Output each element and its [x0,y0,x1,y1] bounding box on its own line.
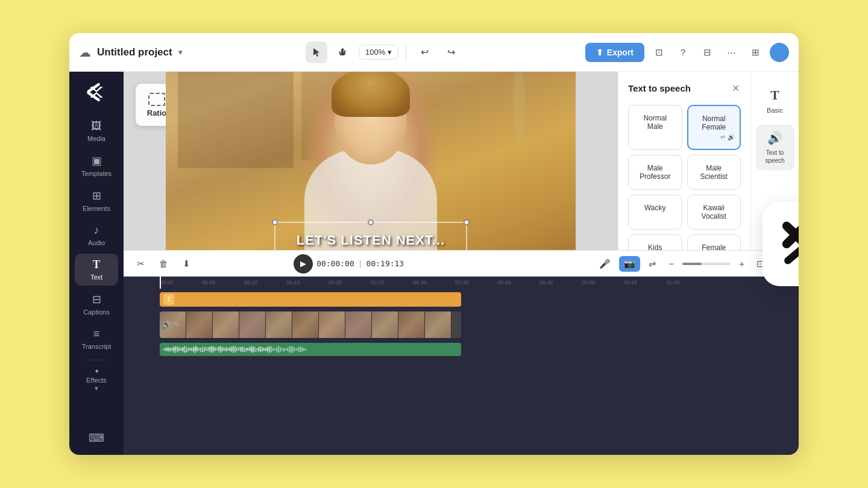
ruler-mark-10: 00:10 [244,280,286,286]
mic-button[interactable]: 🎤 [596,256,614,272]
voice-kawaii-vocalist[interactable]: KawaiiVocalist [687,195,741,230]
zoom-slider[interactable] [682,263,731,265]
sidebar-item-media[interactable]: 🖼 Media [75,115,118,147]
top-bar-right: ⬆ Export ⊡ ? ⊟ ⋯ ⊞ [585,43,789,62]
delete-button[interactable]: 🗑 [156,256,172,271]
male-scientist-label: MaleScientist [693,164,736,181]
ruler-mark-100: 01:00 [666,280,708,286]
film-frame-7 [319,311,345,338]
video-canvas: LET'S LISTEN NEXT... [166,72,576,250]
speaker-icon: 🔊 [728,134,735,140]
camera-button[interactable]: 📷 [619,256,640,272]
avatar[interactable] [770,43,789,62]
layout-button[interactable]: ⊞ [746,43,765,62]
sidebar-divider [84,360,108,360]
ruler-mark-40: 00:40 [497,280,539,286]
ruler-mark-20: 00:20 [329,280,371,286]
undo-button[interactable]: ↩ [414,42,435,63]
sidebar-item-transcript[interactable]: ≡ Transcript [75,323,118,355]
kids-vocalist-label: KidsVocalist [634,243,677,250]
effects-icon: ✦ [94,368,99,375]
timeline-right-tools: 🎤 📷 ⇌ − + ⊡ ⛶ [596,256,789,272]
app-logo [83,79,110,105]
current-time: 00:00:00 [316,259,354,268]
text-icon: T [93,258,100,271]
female-vocalist-label: FemaleVocalist [693,243,736,250]
audio-track[interactable]: recorder_audio_3706754934076_clip_0.aac [160,343,461,356]
compare-icon: ⇄ [720,134,725,140]
voice-wacky[interactable]: Wacky [628,195,682,230]
select-tool-button[interactable] [306,42,327,63]
right-panel-tts[interactable]: 🔊 Text to speech [756,125,794,170]
tts-panel: Text to speech ✕ NormalMale NormalFemale… [618,72,750,250]
effects-chevron-icon: ▼ [93,385,99,392]
sidebar-item-text-label: Text [90,274,102,281]
screen-record-button[interactable]: ⊡ [649,43,668,62]
film-frame-9 [372,311,398,338]
hand-tool-button[interactable] [332,42,354,63]
film-frame-5 [266,311,292,338]
zoom-button[interactable]: 100% ▾ [359,45,398,60]
sidebar-item-captions[interactable]: ⊟ Captions [75,288,118,321]
sidebar-item-elements[interactable]: ⊞ Elements [75,184,118,217]
time-display: ▶ 00:00:00 | 00:19:13 [294,254,404,274]
tts-icon: 🔊 [767,131,782,145]
subtitle-text: LET'S LISTEN NEXT... [297,233,445,248]
sidebar-item-elements-label: Elements [83,205,110,212]
voice-male-scientist[interactable]: MaleScientist [687,155,741,190]
handle-top-left[interactable] [272,219,278,225]
voice-normal-female[interactable]: NormalFemale ⇄ 🔊 [687,105,741,150]
transcript-icon: ≡ [93,328,100,340]
ruler-mark-45: 00:45 [539,280,582,286]
normal-male-label: NormalMale [634,114,677,131]
more-button[interactable]: ⋯ [722,43,741,62]
handle-top-mid[interactable] [368,219,374,225]
video-track[interactable] [160,311,461,338]
voice-kids-vocalist[interactable]: KidsVocalist [628,234,682,250]
download-button[interactable]: ⬇ [179,256,194,272]
help-button[interactable]: ? [673,43,693,62]
voice-female-vocalist[interactable]: FemaleVocalist [687,234,741,250]
total-time: 00:19:13 [366,259,404,268]
export-icon: ⬆ [596,48,603,57]
split-button[interactable]: ✂ [133,256,148,272]
play-button[interactable]: ▶ [294,254,313,274]
split-track-button[interactable]: ⇌ [645,256,660,272]
ruler-mark-15: 00:15 [286,280,329,286]
zoom-in-button[interactable]: + [735,256,748,271]
voice-male-professor[interactable]: MaleProfessor [628,155,682,190]
elements-icon: ⊞ [92,189,101,202]
sidebar-item-text[interactable]: T Text [75,254,118,286]
tts-label: Text to speech [758,149,792,164]
time-ruler: 00:00 00:05 00:10 00:15 00:20 00:25 00:3… [124,277,799,289]
handle-top-right[interactable] [464,219,470,225]
timeline-toolbar: ✂ 🗑 ⬇ ▶ 00:00:00 | 00:19:13 🎤 📷 ⇌ − [124,250,799,277]
project-title: Untitled project [97,46,172,58]
feedback-button[interactable]: ⊟ [697,43,717,62]
sidebar-item-audio[interactable]: ♪ Audio [75,219,118,251]
sidebar-item-transcript-label: Transcript [82,343,112,350]
media-icon: 🖼 [91,120,102,133]
top-bar-center: 100% ▾ ↩ ↪ [190,42,578,63]
export-button[interactable]: ⬆ Export [585,43,644,62]
zoom-out-button[interactable]: − [665,256,678,271]
cloud-icon: ☁ [79,45,91,60]
sidebar-item-templates[interactable]: ▣ Templates [75,149,118,182]
right-panel-basic[interactable]: T Basic [756,81,794,120]
ruler-mark-35: 00:35 [455,280,497,286]
orange-track[interactable]: T [160,292,461,307]
track-row-orange: 🔊 T [160,291,799,308]
sidebar-keyboard-button[interactable]: ⌨ [87,428,106,448]
ruler-marks: 00:00 00:05 00:10 00:15 00:20 00:25 00:3… [160,280,708,286]
voice-normal-male[interactable]: NormalMale [628,105,682,150]
track-controls-video: 🔊 ✎ [162,321,180,329]
film-frame-3 [213,311,239,338]
title-dropdown-icon[interactable]: ▾ [178,48,183,57]
playhead[interactable] [160,277,161,289]
sidebar-item-effects[interactable]: ✦ Effects ▼ [75,365,118,394]
tts-close-button[interactable]: ✕ [731,81,741,95]
track-edit-video[interactable]: ✎ [174,321,180,329]
redo-button[interactable]: ↪ [440,42,462,63]
track-volume-video[interactable]: 🔊 [162,321,171,329]
play-icon-row: ⇄ 🔊 [693,134,735,140]
